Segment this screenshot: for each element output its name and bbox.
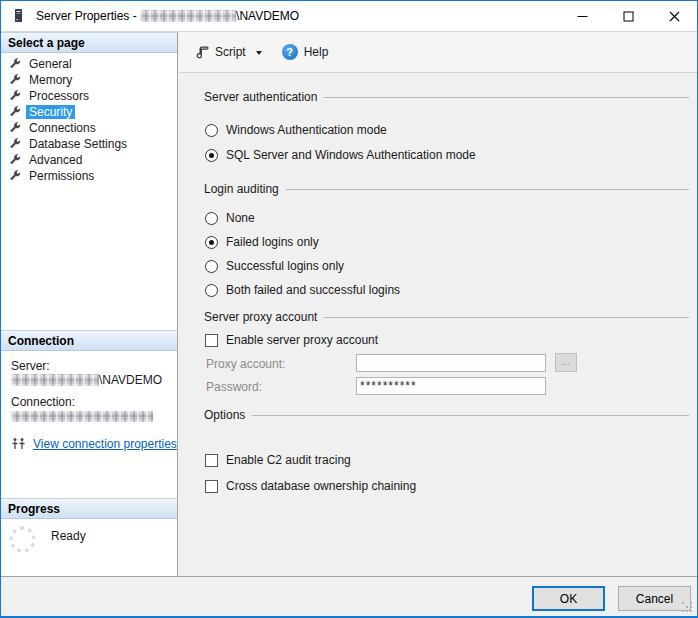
wrench-icon: [9, 74, 21, 86]
wrench-icon: [9, 138, 21, 150]
radio-icon: [205, 284, 218, 297]
sidebar-item-memory[interactable]: Memory: [1, 72, 177, 88]
wrench-icon: [9, 106, 21, 118]
radio-icon: [205, 212, 218, 225]
sidebar-item-general[interactable]: General: [1, 56, 177, 72]
resize-grip[interactable]: [682, 602, 694, 614]
page-list: General Memory Processors Security Conne…: [1, 53, 177, 184]
progress-section: Progress Ready: [1, 498, 177, 553]
toolbar: Script ? Help: [179, 31, 697, 73]
maximize-button[interactable]: [605, 1, 651, 31]
radio-icon-checked: [205, 236, 218, 249]
help-icon: ?: [282, 44, 298, 60]
checkbox-icon: [205, 454, 218, 467]
radio-icon-checked: [205, 149, 218, 162]
password-input[interactable]: [356, 377, 546, 395]
connection-label: Connection:: [11, 395, 177, 409]
password-label: Password:: [206, 380, 262, 394]
radio-windows-authentication[interactable]: Windows Authentication mode: [205, 122, 387, 138]
radio-both-failed-and-successful[interactable]: Both failed and successful logins: [205, 282, 400, 298]
help-label: Help: [304, 45, 329, 59]
server-proxy-account-title: Server proxy account: [204, 310, 689, 324]
server-properties-dialog: Server Properties - \NAVDEMO Select a pa…: [0, 0, 698, 618]
browse-button[interactable]: ...: [555, 353, 577, 372]
window-title: Server Properties - \NAVDEMO: [36, 9, 299, 23]
security-page-content: Server authentication Windows Authentica…: [179, 74, 697, 576]
options-title: Options: [204, 408, 689, 422]
checkbox-enable-c2-audit-tracing[interactable]: Enable C2 audit tracing: [205, 452, 351, 468]
progress-status: Ready: [51, 529, 86, 543]
progress-spinner-icon: [9, 526, 36, 553]
server-icon: [10, 8, 26, 24]
wrench-icon: [9, 122, 21, 134]
sidebar-item-connections[interactable]: Connections: [1, 120, 177, 136]
main-panel: Script ? Help Server authentication Wind…: [179, 31, 697, 576]
title-bar[interactable]: Server Properties - \NAVDEMO: [1, 1, 697, 31]
sidebar-item-security[interactable]: Security: [1, 104, 177, 120]
checkbox-icon: [205, 334, 218, 347]
radio-sql-and-windows-authentication[interactable]: SQL Server and Windows Authentication mo…: [205, 147, 476, 163]
sidebar-item-processors[interactable]: Processors: [1, 88, 177, 104]
close-button[interactable]: [651, 1, 697, 31]
select-a-page-header: Select a page: [1, 32, 177, 53]
footer: OK Cancel: [1, 576, 697, 616]
maximize-icon: [623, 11, 634, 22]
minimize-button[interactable]: [559, 1, 605, 31]
radio-icon: [205, 124, 218, 137]
proxy-account-input[interactable]: [356, 354, 546, 372]
login-auditing-title: Login auditing: [204, 182, 689, 196]
redacted-connection-user: [11, 411, 153, 422]
script-button[interactable]: Script: [188, 39, 271, 65]
ok-button[interactable]: OK: [532, 586, 605, 611]
cancel-button[interactable]: Cancel: [618, 586, 691, 611]
connection-header: Connection: [1, 330, 177, 351]
connection-section: Connection Server: \NAVDEMO Connection:: [1, 330, 177, 451]
script-icon: [195, 45, 209, 59]
radio-none[interactable]: None: [205, 210, 255, 226]
sidebar-item-database-settings[interactable]: Database Settings: [1, 136, 177, 152]
server-value: \NAVDEMO: [11, 373, 177, 387]
connection-properties-icon: [11, 437, 27, 451]
server-authentication-title: Server authentication: [204, 90, 689, 104]
redacted-server-name: [140, 10, 236, 22]
close-icon: [669, 11, 680, 22]
wrench-icon: [9, 154, 21, 166]
checkbox-icon: [205, 480, 218, 493]
wrench-icon: [9, 170, 21, 182]
redacted-server-name: [11, 374, 99, 386]
help-button[interactable]: ? Help: [275, 39, 336, 65]
progress-header: Progress: [1, 498, 177, 519]
server-label: Server:: [11, 359, 177, 373]
radio-successful-logins-only[interactable]: Successful logins only: [205, 258, 344, 274]
chevron-down-icon: [256, 51, 262, 55]
connection-value: [11, 409, 177, 423]
script-label: Script: [215, 45, 246, 59]
checkbox-cross-database-ownership-chaining[interactable]: Cross database ownership chaining: [205, 478, 416, 494]
sidebar-item-advanced[interactable]: Advanced: [1, 152, 177, 168]
sidebar-item-permissions[interactable]: Permissions: [1, 168, 177, 184]
proxy-account-label: Proxy account:: [206, 357, 285, 371]
view-connection-properties-link[interactable]: View connection properties: [33, 437, 177, 451]
wrench-icon: [9, 90, 21, 102]
checkbox-enable-server-proxy-account[interactable]: Enable server proxy account: [205, 332, 378, 348]
wrench-icon: [9, 58, 21, 70]
radio-icon: [205, 260, 218, 273]
sidebar: Select a page General Memory Processors …: [1, 31, 178, 576]
radio-failed-logins-only[interactable]: Failed logins only: [205, 234, 319, 250]
minimize-icon: [577, 11, 588, 22]
